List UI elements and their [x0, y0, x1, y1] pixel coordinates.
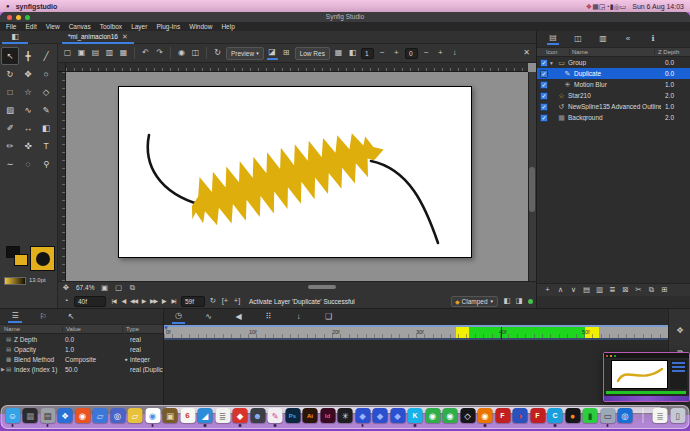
dock-notes[interactable]: ≣ — [653, 408, 668, 423]
layer-expander-icon[interactable]: ▾ — [550, 60, 557, 66]
seek-next-frame-button[interactable]: ▶▶ — [149, 298, 158, 304]
dock-kodi[interactable]: K — [408, 408, 423, 423]
toolbar-close-icon[interactable]: ✕ — [521, 47, 532, 60]
dock-illustrator[interactable]: Ai — [303, 408, 318, 423]
background-rendering-icon[interactable]: ▦ — [333, 47, 344, 60]
info-tab[interactable]: ℹ — [647, 32, 659, 45]
layer-visible-checkbox[interactable]: ✓ — [540, 103, 548, 111]
bound-upper-button[interactable]: +] — [232, 297, 242, 305]
time-cursor-icon[interactable]: ▼ — [163, 325, 169, 331]
maximize-traffic-light[interactable] — [25, 15, 30, 20]
quality-decrease-button[interactable]: − — [377, 47, 388, 60]
dock-gear-app-2[interactable]: F — [530, 408, 545, 423]
seek-begin-button[interactable]: |◀ — [109, 298, 118, 304]
dock-spider-app[interactable]: ✳ — [338, 408, 353, 423]
future-keyframe-lock-icon[interactable]: ◨ — [514, 297, 524, 305]
Edit[interactable]: Edit — [25, 23, 36, 30]
bound-lower-button[interactable]: [+ — [220, 297, 230, 305]
minimize-traffic-light[interactable] — [16, 15, 21, 20]
spline-tool[interactable]: ∿ — [19, 101, 37, 119]
save-all-icon[interactable]: ▦ — [118, 47, 129, 60]
dock-separator[interactable] — [642, 408, 643, 423]
fullscreen-icon[interactable]: ⧉ — [127, 284, 137, 292]
timetrack-area[interactable] — [164, 340, 668, 405]
star-tool[interactable]: ☆ — [19, 83, 37, 101]
seek-next-keyframe-button[interactable]: |▶ — [159, 298, 168, 304]
render-camera-icon[interactable]: ◫ — [190, 47, 201, 60]
circle-tool[interactable]: ○ — [37, 65, 55, 83]
Layer[interactable]: Layer — [131, 23, 147, 30]
layer-visible-checkbox[interactable]: ✓ — [540, 92, 548, 100]
Window[interactable]: Window — [189, 23, 212, 30]
seek-prev-frame-button[interactable]: ◀◀ — [129, 298, 138, 304]
View[interactable]: View — [46, 23, 60, 30]
fill-color-swatch[interactable] — [14, 254, 28, 266]
flatten-layer-button[interactable]: ≣ — [608, 286, 617, 294]
preview-maximize-icon[interactable] — [614, 355, 616, 357]
canvas-hscrollbar-thumb[interactable] — [308, 285, 336, 289]
polygon-tool[interactable]: ◇ — [37, 83, 55, 101]
Help[interactable]: Help — [221, 23, 234, 30]
render-preview-icon[interactable]: ◪ — [267, 47, 278, 60]
stats-icon[interactable]: ▦ — [592, 3, 599, 10]
frames-decrease-button[interactable]: − — [421, 47, 432, 60]
low-res-toggle[interactable]: Low Res — [295, 47, 330, 60]
layer-row-motion-blur[interactable]: ✓ ✳ Motion Blur 1.0 — [537, 79, 690, 90]
bookmark-panel-tab[interactable]: ❏ — [322, 311, 335, 324]
rectangle-tool[interactable]: □ — [1, 83, 19, 101]
dock-vscode[interactable]: ◢ — [198, 408, 213, 423]
redo-icon[interactable]: ↷ — [154, 47, 165, 60]
brush-preview-swatch[interactable] — [30, 246, 55, 271]
loop-button[interactable]: ↻ — [208, 297, 218, 305]
dock-discord[interactable]: ☻ — [250, 408, 265, 423]
width-tool[interactable]: ↔ — [19, 119, 37, 137]
dock-system-settings[interactable]: ▭ — [600, 408, 615, 423]
dock-windows-app[interactable]: ❖ — [58, 408, 73, 423]
delete-layer-button[interactable]: ⊠ — [621, 286, 630, 294]
brush-tool[interactable]: ✐ — [1, 119, 19, 137]
past-keyframe-lock-icon[interactable]: ◧ — [502, 297, 512, 305]
zoom-percent-value[interactable]: 67.4% — [76, 284, 94, 291]
close-tab-icon[interactable]: ✕ — [122, 33, 128, 41]
end-time-field[interactable]: 59f — [181, 296, 205, 307]
paste-layer-button[interactable]: ⊞ — [660, 286, 669, 294]
params-panel-tab[interactable]: ☰ — [8, 311, 22, 323]
seek-end-button[interactable]: ▶| — [169, 298, 178, 304]
dock-blue-c-app[interactable]: C — [548, 408, 563, 423]
dock-calendar[interactable]: 6 — [180, 408, 195, 423]
copy-layer-button[interactable]: ⧉ — [647, 286, 656, 294]
layer-visible-checkbox[interactable]: ✓ — [540, 81, 548, 89]
lower-layer-button[interactable]: ∨ — [569, 286, 578, 294]
import-panel-tab[interactable]: ↓ — [292, 311, 305, 324]
dock-box-app[interactable]: ▣ — [163, 408, 178, 423]
gradient-tool[interactable]: ▧ — [1, 101, 19, 119]
dock-red-app[interactable]: ◆ — [233, 408, 248, 423]
fill-tool[interactable]: ◧ — [37, 119, 55, 137]
dock-photoshop[interactable]: Ps — [285, 408, 300, 423]
canvas-nav-icon[interactable]: ✥ — [61, 284, 71, 292]
tool-options-panel-tab[interactable]: ↖ — [64, 311, 78, 323]
lasso-tool[interactable]: ◌ — [19, 155, 37, 173]
dock-green-app-1[interactable]: ◉ — [425, 408, 440, 423]
dock-redblue-app[interactable]: ◑ — [513, 408, 528, 423]
preview-eye-icon[interactable]: ◉ — [176, 47, 187, 60]
window-titlebar[interactable]: Synfig Studio — [0, 12, 690, 22]
param-row-blend-method[interactable]: ▦ Blend Method Composite ● integer — [0, 354, 163, 364]
dock-indesign[interactable]: Id — [320, 408, 335, 423]
dock-synfig-3[interactable]: ◆ — [390, 408, 405, 423]
keyframes-panel-tab[interactable]: ⚐ — [36, 311, 50, 323]
curves-panel-tab[interactable]: ∿ — [202, 311, 215, 324]
text-tool[interactable]: T — [37, 137, 55, 155]
onion-skin-icon[interactable]: ⊞ — [281, 47, 292, 60]
File[interactable]: File — [6, 23, 16, 30]
play-button[interactable]: ▶ — [139, 298, 148, 304]
timetrack-panel-tab[interactable]: ◷ — [172, 311, 185, 324]
draw-tool[interactable]: ✎ — [37, 101, 55, 119]
interpolation-dropdown[interactable]: ◆ Clamped ▼ — [451, 296, 498, 307]
grid-panel-tab[interactable]: ⠿ — [262, 311, 275, 324]
current-time-field[interactable]: 40f — [74, 296, 106, 307]
frame-icon[interactable]: ▢ — [113, 284, 123, 292]
param-row-opacity[interactable]: ▤ Opacity 1.0 real — [0, 344, 163, 354]
line-width-value[interactable]: 13.0pt — [29, 277, 46, 283]
open-doc-icon[interactable]: ▣ — [76, 47, 87, 60]
